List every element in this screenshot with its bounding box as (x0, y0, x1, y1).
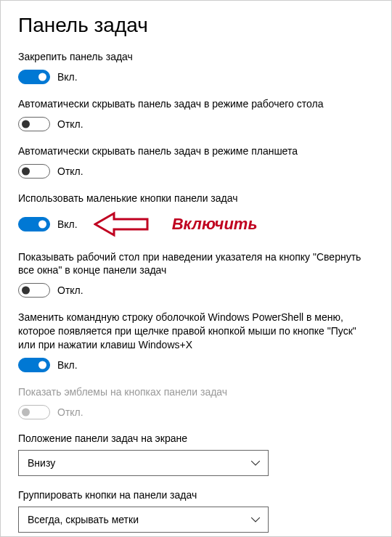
dropdown-value: Всегда, скрывать метки (28, 514, 139, 525)
page-title: Панель задач (18, 14, 374, 37)
toggle-state: Откл. (57, 118, 83, 130)
toggle-state: Откл. (57, 284, 83, 296)
dropdown-position[interactable]: Внизу (18, 450, 269, 476)
setting-autohide-tablet: Автоматически скрывать панель задач в ре… (18, 144, 374, 179)
toggle-peek-desktop[interactable] (18, 283, 50, 298)
setting-label: Заменить командную строку оболочкой Wind… (18, 311, 374, 352)
setting-small-buttons: Использовать маленькие кнопки панели зад… (18, 192, 374, 237)
toggle-badges (18, 405, 50, 419)
dropdown-value: Внизу (28, 457, 55, 469)
dropdown-grouping[interactable]: Всегда, скрывать метки (18, 507, 269, 533)
setting-label: Автоматически скрывать панель задач в ре… (18, 144, 374, 158)
chevron-down-icon (250, 515, 261, 525)
toggle-state: Вкл. (57, 71, 78, 83)
toggle-state: Вкл. (57, 359, 78, 371)
toggle-state: Вкл. (57, 218, 78, 230)
setting-label: Автоматически скрывать панель задач в ре… (18, 97, 374, 111)
toggle-powershell[interactable] (18, 358, 50, 372)
setting-lock-taskbar: Закрепить панель задач Вкл. (18, 50, 374, 84)
setting-label: Показать эмблемы на кнопках панели задач (18, 385, 374, 399)
toggle-small-buttons[interactable] (18, 217, 50, 231)
setting-label: Закрепить панель задач (18, 50, 374, 64)
setting-peek-desktop: Показывать рабочий стол при наведении ук… (18, 250, 374, 298)
setting-autohide-desktop: Автоматически скрывать панель задач в ре… (18, 97, 374, 131)
toggle-lock-taskbar[interactable] (18, 70, 50, 84)
callout-text: Включить (172, 215, 258, 234)
toggle-state: Откл. (57, 406, 83, 418)
dropdown-label-grouping: Группировать кнопки на панели задач (18, 489, 374, 501)
toggle-state: Откл. (57, 165, 83, 177)
callout-arrow: Включить (94, 211, 258, 237)
left-arrow-icon (94, 211, 159, 237)
dropdown-label-position: Положение панели задач на экране (18, 433, 374, 444)
setting-badges: Показать эмблемы на кнопках панели задач… (18, 385, 374, 419)
setting-powershell: Заменить командную строку оболочкой Wind… (18, 311, 374, 372)
toggle-autohide-tablet[interactable] (18, 164, 50, 179)
chevron-down-icon (250, 458, 261, 468)
setting-label: Показывать рабочий стол при наведении ук… (18, 250, 374, 278)
toggle-autohide-desktop[interactable] (18, 117, 50, 131)
setting-label: Использовать маленькие кнопки панели зад… (18, 192, 374, 205)
